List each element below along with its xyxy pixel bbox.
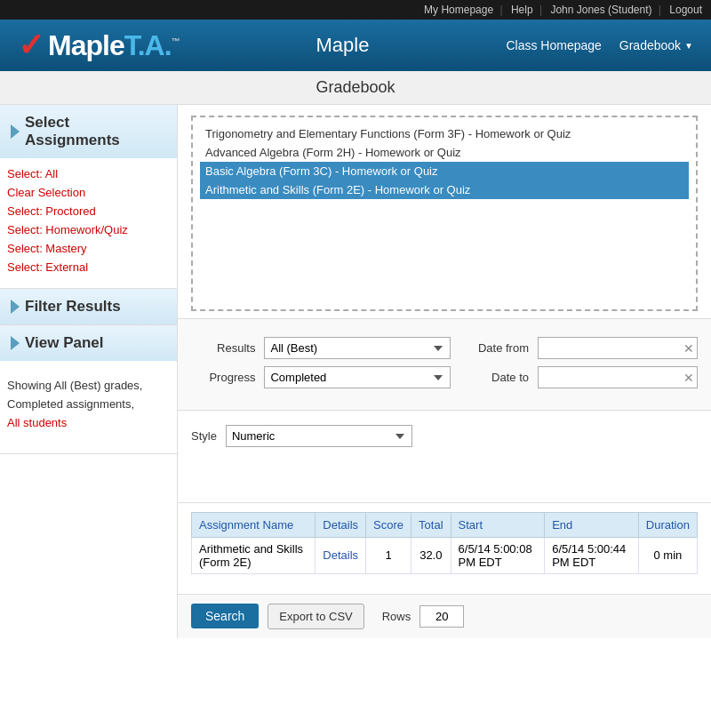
filter-results-sidebar-section: Filter Results	[0, 289, 177, 325]
date-from-wrap: ✕	[538, 337, 698, 359]
all-students-link[interactable]: All students	[7, 414, 170, 433]
date-to-clear-icon[interactable]: ✕	[683, 371, 694, 385]
help-link[interactable]: Help	[511, 4, 533, 16]
app-name: Maple	[215, 34, 471, 57]
col-details: Details	[316, 512, 366, 537]
header: ✓ MapleT.A.™ Maple Class Homepage Gradeb…	[0, 20, 711, 71]
assignment-item-1[interactable]: Advanced Algebra (Form 2H) - Homework or…	[200, 143, 689, 162]
rows-input[interactable]	[419, 605, 464, 628]
select-homework-link[interactable]: Select: Homework/Quiz	[7, 223, 170, 236]
results-table: Assignment Name Details Score Total Star…	[191, 512, 698, 574]
cell-duration: 0 min	[638, 537, 697, 573]
header-nav: Class Homepage Gradebook ▼	[506, 38, 693, 52]
assignments-list-area: Trigonometry and Elementary Functions (F…	[178, 105, 711, 318]
class-homepage-link[interactable]: Class Homepage	[506, 38, 601, 52]
results-select[interactable]: All (Best) Best Last All	[264, 337, 451, 359]
logo-text: MapleT.A.™	[48, 29, 180, 62]
date-to-label: Date to	[459, 371, 529, 384]
table-row: Arithmetic and Skills (Form 2E) Details …	[192, 537, 698, 573]
style-row: Style Numeric Percentage Letter Grade	[191, 420, 698, 452]
progress-select[interactable]: All Completed In Progress Not Started	[264, 366, 451, 388]
date-to-wrap: ✕	[538, 366, 698, 388]
col-total: Total	[411, 512, 451, 537]
rows-label: Rows	[382, 610, 411, 623]
right-content: Trigonometry and Elementary Functions (F…	[178, 105, 711, 638]
select-mastery-link[interactable]: Select: Mastery	[7, 242, 170, 255]
export-csv-button[interactable]: Export to CSV	[268, 604, 363, 629]
filter-results-sidebar-header: Filter Results	[0, 289, 177, 324]
view-panel-info: Showing All (Best) grades, Completed ass…	[0, 361, 177, 453]
view-panel-arrow-icon	[11, 336, 20, 350]
main-layout: Select Assignments Select: All Clear Sel…	[0, 105, 711, 638]
select-proctored-link[interactable]: Select: Proctored	[7, 204, 170, 218]
view-panel-title: View Panel	[25, 334, 104, 352]
assignment-item-2[interactable]: Basic Algebra (Form 3C) - Homework or Qu…	[200, 162, 689, 180]
filter-results-title: Filter Results	[25, 298, 121, 316]
select-assignments-title: Select Assignments	[25, 114, 166, 149]
view-panel-description: Showing All (Best) grades, Completed ass…	[7, 370, 170, 444]
student-link[interactable]: John Jones (Student)	[550, 4, 651, 16]
top-nav: My Homepage | Help | John Jones (Student…	[0, 0, 711, 20]
cell-end: 6/5/14 5:00:44 PM EDT	[545, 537, 639, 573]
logo: ✓ MapleT.A.™	[18, 27, 180, 64]
cell-start: 6/5/14 5:00:08 PM EDT	[451, 537, 545, 573]
assignment-item-3[interactable]: Arithmetic and Skills (Form 2E) - Homewo…	[200, 180, 689, 199]
filter-arrow-icon	[11, 300, 20, 314]
logout-link[interactable]: Logout	[669, 4, 702, 16]
filter-results-content: Results All (Best) Best Last All Date fr…	[178, 318, 711, 411]
select-all-link[interactable]: Select: All	[7, 167, 170, 180]
cell-score: 1	[366, 537, 411, 573]
view-panel-sidebar-header: View Panel	[0, 325, 177, 361]
cell-assignment-name: Arithmetic and Skills (Form 2E)	[192, 537, 316, 573]
page-title: Gradebook	[0, 71, 711, 105]
col-start: Start	[451, 512, 545, 537]
assignment-list-box: Trigonometry and Elementary Functions (F…	[191, 116, 698, 311]
clear-selection-link[interactable]: Clear Selection	[7, 186, 170, 199]
progress-label: Progress	[191, 371, 255, 384]
details-link[interactable]: Details	[323, 548, 358, 562]
assignment-item-0[interactable]: Trigonometry and Elementary Functions (F…	[200, 124, 689, 143]
style-label: Style	[191, 429, 217, 443]
select-assignments-header: Select Assignments	[0, 105, 177, 158]
cell-total: 32.0	[411, 537, 451, 573]
view-panel-sidebar-section: View Panel Showing All (Best) grades, Co…	[0, 325, 177, 454]
col-assignment-name: Assignment Name	[192, 512, 316, 537]
date-from-input[interactable]	[538, 337, 698, 359]
results-label: Results	[191, 341, 255, 355]
cell-details: Details	[316, 537, 366, 573]
filter-grid: Results All (Best) Best Last All Date fr…	[191, 328, 698, 397]
col-duration: Duration	[638, 512, 697, 537]
my-homepage-link[interactable]: My Homepage	[424, 4, 493, 16]
gradebook-dropdown-icon: ▼	[684, 41, 693, 51]
select-external-link[interactable]: Select: External	[7, 260, 170, 274]
section-arrow-icon	[11, 124, 20, 139]
col-end: End	[545, 512, 639, 537]
date-from-label: Date from	[459, 341, 529, 355]
results-section: Assignment Name Details Score Total Star…	[178, 503, 711, 594]
select-assignments-section: Select Assignments Select: All Clear Sel…	[0, 105, 177, 289]
col-score: Score	[366, 512, 411, 537]
select-assignments-links: Select: All Clear Selection Select: Proc…	[0, 158, 177, 288]
style-select[interactable]: Numeric Percentage Letter Grade	[226, 425, 412, 447]
view-panel-content: Style Numeric Percentage Letter Grade	[178, 411, 711, 502]
date-from-clear-icon[interactable]: ✕	[683, 341, 694, 356]
bottom-bar: Search Export to CSV Rows	[178, 594, 711, 638]
date-to-input[interactable]	[538, 366, 698, 388]
search-button[interactable]: Search	[191, 604, 259, 628]
gradebook-link[interactable]: Gradebook ▼	[619, 38, 693, 52]
checkmark-icon: ✓	[18, 27, 44, 64]
sidebar: Select Assignments Select: All Clear Sel…	[0, 105, 178, 638]
